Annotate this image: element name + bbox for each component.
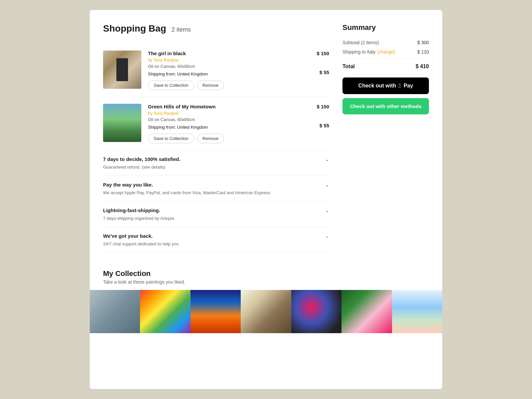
summary-total-row: Total $ 410 <box>342 59 429 69</box>
chevron-down-icon-4: ⌄ <box>325 233 329 239</box>
item-1-details: The girl in black by Sina Ranjbar Oil on… <box>148 51 303 90</box>
item-2-shipping-row: Shipping from: United Kingdom <box>148 125 303 130</box>
item-1-save-button[interactable]: Save to Collection <box>148 80 194 90</box>
item-2-shipping-from: Shipping from: United Kingdom <box>148 125 208 130</box>
accordion-2-title: Pay the way you like. <box>103 182 153 188</box>
accordion-4-content: 24/7 chat support dedicated to help you <box>103 241 329 246</box>
item-2-shipping-price: $ 55 <box>309 123 329 128</box>
left-column: Shopping Bag 2 items The girl in black b… <box>103 23 329 253</box>
accordion-3-title: Lightning-fast-shipping. <box>103 207 160 213</box>
item-count: 2 items <box>172 26 191 33</box>
item-1-title: The girl in black <box>148 51 303 56</box>
accordion-4: We've got your back. ⌄ 24/7 chat support… <box>103 227 329 253</box>
accordion-1-header[interactable]: 7 days to decide, 100% satisfied. ⌄ <box>103 156 329 162</box>
item-1-shipping-from: Shipping from: United Kingdom <box>148 71 208 76</box>
item-2-artist: by Sina Ranjbar <box>148 111 303 116</box>
collection-section: My Collection Take a look at these paint… <box>103 266 429 333</box>
summary-total-label: Total <box>342 64 355 69</box>
item-1-medium: Oil on Canvas, 60x80cm <box>148 64 303 69</box>
item-2-remove-button[interactable]: Remove <box>197 134 224 143</box>
accordion-4-header[interactable]: We've got your back. ⌄ <box>103 233 329 239</box>
summary-total-value: $ 410 <box>416 64 429 69</box>
page-container: Shopping Bag 2 items The girl in black b… <box>90 10 442 389</box>
item-2-save-button[interactable]: Save to Collection <box>148 134 194 143</box>
item-2-image <box>103 104 141 142</box>
item-2-prices: $ 150 $ 55 <box>309 104 329 128</box>
accordion-2: Pay the way you like. ⌄ We accept Apple … <box>103 176 329 201</box>
item-1-actions: Save to Collection Remove <box>148 80 303 90</box>
other-methods-button[interactable]: Check out with other methods <box>342 98 429 114</box>
item-1-artist: by Sina Ranjbar <box>148 58 303 63</box>
accordion-4-title: We've got your back. <box>103 233 153 239</box>
accordion-3-content: 7 days-shipping organized by Artupia <box>103 216 329 221</box>
summary-shipping-row: Shipping to Italy (change) $ 110 <box>342 49 429 55</box>
collection-img-3[interactable] <box>191 290 241 333</box>
chevron-down-icon-2: ⌄ <box>325 182 329 188</box>
main-layout: Shopping Bag 2 items The girl in black b… <box>103 23 429 253</box>
collection-img-1[interactable] <box>90 290 140 333</box>
summary-shipping-label: Shipping to Italy (change) <box>342 49 395 55</box>
summary-subtotal-row: Subtotal (2 items) $ 300 <box>342 40 429 45</box>
item-1-prices: $ 150 $ 55 <box>309 51 329 75</box>
accordion-2-content: We accept Apple Pay, PayPal, and cards f… <box>103 190 329 195</box>
collection-img-5[interactable] <box>291 290 341 333</box>
chevron-down-icon-3: ⌄ <box>325 208 329 213</box>
chevron-down-icon-1: ⌄ <box>325 157 329 162</box>
item-2-price: $ 150 <box>309 104 329 109</box>
cart-item-1: The girl in black by Sina Ranjbar Oil on… <box>103 44 329 97</box>
summary-title: Summary <box>342 23 429 32</box>
item-1-shipping-price: $ 55 <box>309 69 329 75</box>
item-1-shipping-row: Shipping from: United Kingdom <box>148 71 303 76</box>
item-1-image <box>103 51 141 89</box>
collection-img-4[interactable] <box>241 290 291 333</box>
item-2-actions: Save to Collection Remove <box>148 134 303 143</box>
accordion-3: Lightning-fast-shipping. ⌄ 7 days-shippi… <box>103 201 329 227</box>
item-2-medium: Oil on Canvas, 60x80cm <box>148 117 303 122</box>
summary-subtotal-label: Subtotal (2 items) <box>342 40 379 45</box>
item-2-details: Green Hills of My Hometown by Sina Ranjb… <box>148 104 303 143</box>
collection-subtitle: Take a look at these paintings you liked… <box>103 279 429 285</box>
summary-subtotal-value: $ 300 <box>417 40 429 45</box>
apple-pay-button[interactable]: Check out with  Pay <box>342 77 429 94</box>
summary-panel: Summary Subtotal (2 items) $ 300 Shippin… <box>342 23 429 253</box>
item-1-remove-button[interactable]: Remove <box>197 80 224 90</box>
collection-img-7[interactable] <box>392 290 442 333</box>
item-2-title: Green Hills of My Hometown <box>148 104 303 109</box>
accordion-1-title: 7 days to decide, 100% satisfied. <box>103 156 181 162</box>
shipping-change-link[interactable]: (change) <box>377 49 395 55</box>
page-header: Shopping Bag 2 items <box>103 23 329 34</box>
summary-shipping-value: $ 110 <box>417 49 429 55</box>
accordion-2-header[interactable]: Pay the way you like. ⌄ <box>103 182 329 188</box>
accordion-1: 7 days to decide, 100% satisfied. ⌄ Guar… <box>103 150 329 176</box>
accordion-1-content: Guaranteed refund. (see details) <box>103 165 329 170</box>
cart-item-2: Green Hills of My Hometown by Sina Ranjb… <box>103 97 329 150</box>
collection-title: My Collection <box>103 269 429 278</box>
collection-grid <box>90 290 442 333</box>
apple-logo-icon:  <box>399 83 401 89</box>
apple-pay-label: Check out with <box>358 83 396 89</box>
page-title: Shopping Bag <box>103 23 166 34</box>
apple-pay-suffix: Pay <box>404 83 413 89</box>
collection-img-6[interactable] <box>341 290 392 333</box>
item-1-price: $ 150 <box>309 51 329 56</box>
collection-img-2[interactable] <box>140 290 190 333</box>
accordion-3-header[interactable]: Lightning-fast-shipping. ⌄ <box>103 207 329 213</box>
